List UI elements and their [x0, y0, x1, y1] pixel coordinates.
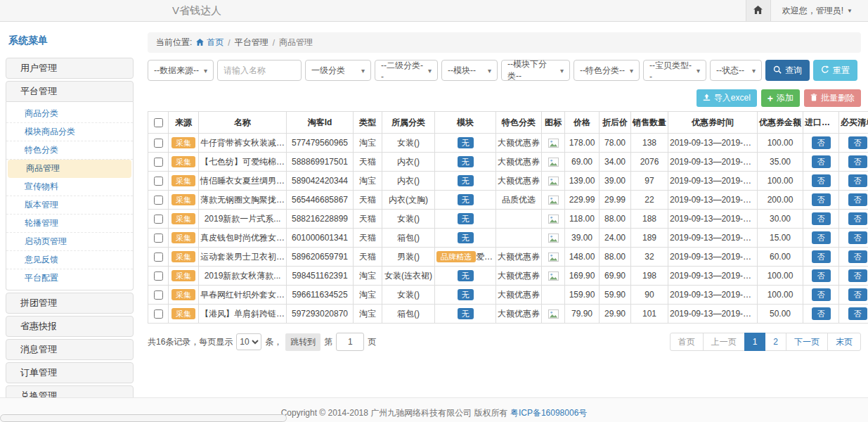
- sidebar-group-header-6[interactable]: 兑换管理: [6, 385, 134, 398]
- cell-price: 69.00: [565, 153, 600, 172]
- must-buy-toggle[interactable]: 否: [848, 136, 867, 149]
- row-checkbox[interactable]: [154, 158, 163, 167]
- filter-select[interactable]: 一级分类▾: [305, 60, 371, 81]
- must-buy-toggle[interactable]: 否: [848, 212, 867, 225]
- pager-button-末页[interactable]: 末页: [827, 333, 861, 351]
- sidebar-item[interactable]: 轮播管理: [6, 215, 133, 233]
- cell-feature: 大额优惠券: [496, 153, 542, 172]
- cell-type: 淘宝: [354, 286, 382, 305]
- table-row: 采集运动套装男士卫衣初秋...589620659791天猫男装()品牌精选爱上运…: [148, 248, 868, 267]
- pager-button-1[interactable]: 1: [744, 333, 766, 351]
- cell-checkbox: [148, 248, 169, 267]
- must-buy-toggle[interactable]: 否: [848, 174, 867, 187]
- cell-price: 139.00: [565, 172, 600, 191]
- import-select-toggle[interactable]: 否: [812, 288, 831, 301]
- sidebar-item[interactable]: 意见反馈: [6, 251, 133, 269]
- cell-module: 无: [435, 153, 496, 172]
- sidebar-group-header-4[interactable]: 消息管理: [6, 339, 134, 360]
- sidebar-item[interactable]: 商品分类: [6, 105, 133, 123]
- must-buy-toggle[interactable]: 否: [848, 288, 867, 301]
- filter-select[interactable]: --状态--▾: [710, 60, 762, 81]
- sidebar-item[interactable]: 版本管理: [6, 196, 133, 215]
- reset-button[interactable]: 重置: [813, 60, 857, 81]
- filter-select[interactable]: --模块下分类--▾: [501, 60, 570, 81]
- import-select-toggle[interactable]: 否: [812, 155, 831, 168]
- sidebar-item[interactable]: 平台配置: [6, 269, 133, 287]
- import-select-toggle[interactable]: 否: [812, 212, 831, 225]
- must-buy-toggle[interactable]: 否: [848, 250, 867, 263]
- import-select-toggle[interactable]: 否: [812, 307, 831, 320]
- sidebar-group-header-2[interactable]: 拼团管理: [6, 293, 134, 314]
- row-checkbox[interactable]: [154, 215, 163, 224]
- must-buy-toggle[interactable]: 否: [848, 231, 867, 244]
- module-badge: 无: [458, 289, 474, 300]
- import-select-toggle[interactable]: 否: [812, 250, 831, 263]
- page-number-input[interactable]: [336, 333, 364, 351]
- filter-row: --数据来源--▾一级分类▾--二级分类--▾--模块--▾--模块下分类--▾…: [148, 60, 861, 81]
- row-checkbox[interactable]: [154, 252, 163, 262]
- query-button[interactable]: 查询: [765, 60, 810, 81]
- filter-select[interactable]: --特色分类--▾: [574, 60, 640, 81]
- cell-sales: 90: [631, 286, 668, 305]
- import-select-toggle[interactable]: 否: [812, 193, 831, 206]
- sidebar-item[interactable]: 模块商品分类: [6, 123, 133, 141]
- pager-button-首页[interactable]: 首页: [670, 333, 704, 351]
- table-row: 采集真皮钱包时尚优雅女士...601000601341天猫箱包()无39.002…: [148, 229, 868, 248]
- row-checkbox[interactable]: [154, 271, 163, 281]
- user-menu[interactable]: 欢迎您，管理员! ▼: [782, 5, 853, 17]
- jump-button[interactable]: 跳转到: [285, 333, 320, 351]
- sidebar-group-header-0[interactable]: 用户管理: [6, 58, 134, 79]
- cell-module: 无: [435, 229, 496, 248]
- row-checkbox[interactable]: [154, 139, 163, 148]
- sidebar-group-header-1[interactable]: 平台管理: [6, 81, 134, 102]
- import-select-toggle[interactable]: 否: [812, 174, 831, 187]
- filter-name-input[interactable]: [217, 60, 302, 81]
- import-select-toggle[interactable]: 否: [812, 269, 831, 282]
- pager-button-2[interactable]: 2: [765, 333, 786, 351]
- batch-delete-button[interactable]: 批量删除: [804, 89, 861, 107]
- breadcrumb-home-link[interactable]: 首页: [196, 37, 224, 49]
- must-buy-toggle[interactable]: 否: [848, 155, 867, 168]
- horizontal-scrollbar[interactable]: [0, 414, 287, 422]
- cell-sales: 2076: [631, 153, 668, 172]
- per-page-select[interactable]: 10: [236, 333, 261, 350]
- row-checkbox[interactable]: [154, 196, 163, 205]
- filter-select[interactable]: --数据来源--▾: [148, 60, 214, 81]
- row-checkbox[interactable]: [154, 177, 163, 186]
- row-checkbox[interactable]: [154, 309, 163, 319]
- col-source: 来源: [169, 112, 199, 134]
- cell-icon: [542, 210, 565, 229]
- import-select-toggle[interactable]: 否: [812, 136, 831, 149]
- table-row: 采集2019新款一片式系...588216228899天猫女装()无118.00…: [148, 210, 868, 229]
- sidebar-group-header-5[interactable]: 订单管理: [6, 362, 134, 383]
- topbar: V省钱达人 欢迎您，管理员! ▼: [0, 0, 868, 22]
- cell-sales: 22: [631, 191, 668, 210]
- filter-select[interactable]: --宝贝类型--▾: [643, 60, 706, 81]
- must-buy-toggle[interactable]: 否: [848, 269, 867, 282]
- sidebar-item[interactable]: 启动页管理: [6, 233, 133, 251]
- per-page-unit: 条，: [265, 336, 282, 348]
- row-checkbox[interactable]: [154, 290, 163, 300]
- add-button[interactable]: + 添加: [761, 89, 800, 107]
- pager-button-下一页[interactable]: 下一页: [786, 333, 828, 351]
- sidebar-item[interactable]: 商品管理: [8, 160, 131, 178]
- filter-select[interactable]: --模块--▾: [441, 60, 498, 81]
- select-all-checkbox[interactable]: [154, 118, 163, 127]
- row-checkbox[interactable]: [154, 234, 163, 243]
- source-badge: 采集: [171, 232, 195, 243]
- sidebar-item[interactable]: 宣传物料: [6, 178, 133, 196]
- sidebar-item[interactable]: 特色分类: [6, 141, 133, 160]
- import-select-toggle[interactable]: 否: [812, 231, 831, 244]
- cell-type: 淘宝: [354, 267, 382, 286]
- cell-taoke_id: 565446685867: [287, 191, 354, 210]
- filter-select[interactable]: --二级分类--▾: [375, 60, 438, 81]
- cell-import_select: 否: [803, 191, 839, 210]
- pager-button-上一页[interactable]: 上一页: [703, 333, 745, 351]
- must-buy-toggle[interactable]: 否: [848, 307, 867, 320]
- home-button[interactable]: [746, 0, 771, 21]
- must-buy-toggle[interactable]: 否: [848, 193, 867, 206]
- cell-checkbox: [148, 172, 169, 191]
- import-excel-button[interactable]: 导入excel: [697, 89, 757, 107]
- sidebar-group-header-3[interactable]: 省惠快报: [6, 316, 134, 337]
- icp-link[interactable]: 粤ICP备16098006号: [510, 408, 587, 418]
